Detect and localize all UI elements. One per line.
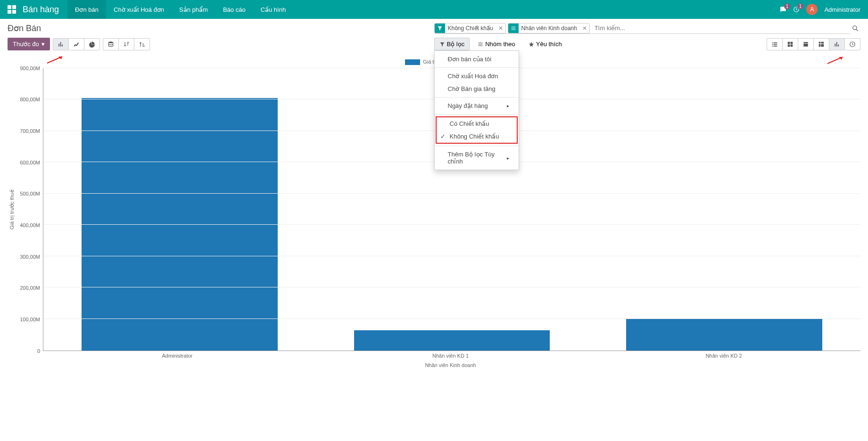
line-chart-icon	[73, 41, 80, 48]
list-icon	[508, 24, 519, 33]
y-axis: 0100,00M200,00M300,00M400,00M500,00M600,…	[16, 68, 43, 351]
graph-icon	[834, 41, 840, 48]
star-icon	[529, 41, 534, 47]
pivot-icon	[818, 41, 825, 48]
filter-item-custom[interactable]: Thêm Bộ lọc Tùy chỉnh ▸	[435, 148, 519, 168]
chart-bar[interactable]	[626, 319, 822, 351]
calendar-view-button[interactable]	[798, 38, 814, 50]
svg-point-1	[853, 26, 857, 30]
groupby-label: Nhóm theo	[485, 41, 515, 48]
menu-item-config[interactable]: Cấu hình	[253, 0, 294, 19]
divider	[435, 67, 519, 68]
pivot-view-button[interactable]	[813, 38, 829, 50]
menu-item-reports[interactable]: Báo cáo	[215, 0, 253, 19]
facet-label: Nhân viên Kinh doanh	[519, 25, 580, 32]
sort-desc-icon	[123, 41, 130, 48]
x-tick: Nhân viên KD 2	[587, 351, 860, 359]
y-tick: 200,00M	[20, 285, 40, 291]
groupby-button[interactable]: Nhóm theo	[472, 38, 521, 50]
divider	[435, 97, 519, 98]
chart-options-group	[103, 38, 150, 50]
messages-badge: 1	[784, 3, 791, 9]
chart-type-group	[53, 38, 100, 50]
graph-view-button[interactable]	[829, 38, 845, 50]
y-tick: 100,00M	[20, 317, 40, 322]
activity-view-button[interactable]	[844, 38, 860, 50]
avatar[interactable]: A	[806, 4, 818, 15]
measures-label: Thước đo	[13, 41, 39, 48]
filter-item-no-discount[interactable]: ✓ Không Chiết khấu	[437, 130, 517, 143]
search-facet-filter: Không Chiết khấu ✕	[434, 23, 506, 33]
chevron-right-icon: ▸	[507, 155, 509, 161]
filter-item-my-orders[interactable]: Đơn bán của tôi	[435, 53, 519, 65]
filter-dropdown: Đơn bán của tôi Chờ xuất Hoá đơn Chờ Bán…	[434, 50, 519, 170]
divider	[435, 114, 519, 114]
y-tick: 600,00M	[20, 160, 40, 165]
legend-swatch	[405, 59, 420, 65]
facet-remove[interactable]: ✕	[580, 25, 589, 32]
chart-bar[interactable]	[354, 330, 550, 351]
bar-chart-icon	[58, 41, 64, 48]
filter-item-order-date[interactable]: Ngày đặt hàng ▸	[435, 99, 519, 112]
x-tick: Nhân viên KD 1	[314, 351, 587, 359]
search-bar[interactable]: Không Chiết khấu ✕ Nhân viên Kinh doanh …	[434, 23, 851, 34]
list-view-button[interactable]	[767, 38, 783, 50]
app-title[interactable]: Bán hàng	[23, 5, 59, 15]
y-tick: 400,00M	[20, 222, 40, 228]
x-tick: Administrator	[41, 351, 314, 359]
y-tick: 0	[37, 348, 40, 354]
filter-item-with-discount[interactable]: Có Chiết khấu	[437, 117, 517, 130]
x-axis-ticks: AdministratorNhân viên KD 1Nhân viên KD …	[41, 351, 860, 359]
filter-item-label: Thêm Bộ lọc Tùy chỉnh	[448, 151, 507, 165]
favorites-label: Yêu thích	[536, 41, 562, 48]
calendar-icon	[802, 41, 809, 48]
search-facet-groupby: Nhân viên Kinh doanh ✕	[508, 23, 590, 33]
svg-point-2	[108, 41, 113, 43]
filter-item-label: Ngày đặt hàng	[448, 102, 488, 109]
chevron-right-icon: ▸	[507, 103, 509, 108]
facet-label: Không Chiết khấu	[445, 25, 496, 32]
check-icon: ✓	[440, 133, 446, 140]
filters-label: Bộ lọc	[447, 41, 465, 48]
activities-button[interactable]: 1	[793, 6, 800, 13]
stacked-button[interactable]	[103, 38, 119, 50]
menu-item-products[interactable]: Sản phẩm	[172, 0, 215, 19]
sort-desc-button[interactable]	[118, 38, 134, 50]
filter-item-upsell[interactable]: Chờ Bán gia tăng	[435, 82, 519, 95]
pie-chart-button[interactable]	[84, 38, 100, 50]
user-name[interactable]: Administrator	[824, 6, 860, 13]
main-menu: Đơn bán Chờ xuất Hoá đơn Sản phẩm Báo cá…	[67, 0, 293, 19]
list-view-icon	[771, 41, 778, 48]
line-chart-button[interactable]	[68, 38, 84, 50]
y-tick: 800,00M	[20, 97, 40, 102]
menu-item-to-invoice[interactable]: Chờ xuất Hoá đơn	[106, 0, 172, 19]
favorites-button[interactable]: Yêu thích	[523, 38, 567, 50]
facet-remove[interactable]: ✕	[496, 25, 505, 32]
y-tick: 700,00M	[20, 128, 40, 134]
pie-chart-icon	[89, 41, 95, 48]
filter-item-to-invoice[interactable]: Chờ xuất Hoá đơn	[435, 70, 519, 82]
top-navbar: Bán hàng Đơn bán Chờ xuất Hoá đơn Sản ph…	[0, 0, 868, 19]
view-switcher	[767, 38, 860, 50]
kanban-view-button[interactable]	[782, 38, 798, 50]
y-tick: 900,00M	[20, 65, 40, 71]
search-icon[interactable]	[850, 23, 860, 33]
sort-asc-button[interactable]	[134, 38, 150, 50]
highlight-box: Có Chiết khấu ✓ Không Chiết khấu	[436, 116, 518, 144]
search-options: Bộ lọc Đơn bán của tôi Chờ xuất Hoá đơn …	[434, 38, 567, 50]
messages-button[interactable]: 1	[780, 6, 786, 13]
navbar-right: 1 1 A Administrator	[780, 4, 860, 15]
filter-item-label: Không Chiết khấu	[450, 133, 499, 140]
y-tick: 300,00M	[20, 254, 40, 260]
database-icon	[107, 41, 114, 48]
measures-button[interactable]: Thước đo ▾	[8, 38, 50, 50]
filters-button[interactable]: Bộ lọc	[434, 38, 470, 50]
activities-badge: 1	[797, 3, 804, 9]
menu-item-orders[interactable]: Đơn bán	[67, 0, 106, 19]
caret-down-icon: ▾	[41, 41, 45, 48]
bar-chart-button[interactable]	[53, 38, 69, 50]
search-input[interactable]	[592, 23, 850, 33]
funnel-icon	[439, 41, 445, 47]
breadcrumb: Đơn Bán	[8, 23, 41, 33]
apps-icon[interactable]	[8, 5, 16, 14]
